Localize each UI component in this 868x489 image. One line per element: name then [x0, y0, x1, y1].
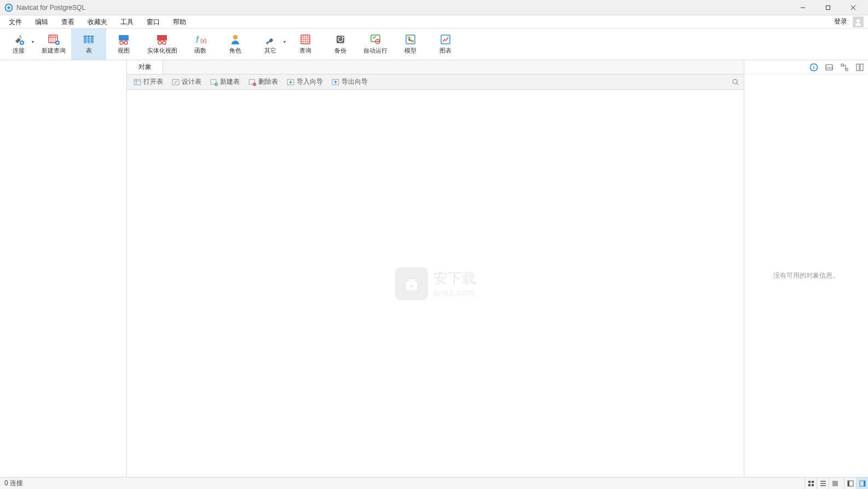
menu-help[interactable]: 帮助 [166, 15, 193, 28]
tb-chart[interactable]: 图表 [428, 28, 463, 60]
function-icon: f(x) [193, 33, 207, 45]
btn-new-table[interactable]: 新建表 [207, 76, 243, 88]
search-button[interactable] [731, 77, 740, 87]
menu-bar: 文件 编辑 查看 收藏夹 工具 窗口 帮助 登录 [0, 15, 868, 28]
tb-label: 表 [86, 47, 92, 55]
svg-text:(x): (x) [200, 38, 207, 44]
btn-delete-table[interactable]: 删除表 [245, 76, 281, 88]
svg-text:f: f [196, 35, 199, 44]
svg-rect-25 [134, 79, 141, 85]
menu-file[interactable]: 文件 [2, 15, 28, 28]
tb-label: 图表 [439, 47, 452, 55]
minimize-button[interactable] [790, 0, 815, 15]
svg-point-12 [158, 41, 161, 44]
tb-label: 视图 [118, 47, 130, 55]
svg-rect-47 [848, 481, 849, 486]
tb-other[interactable]: 其它 ▾ [253, 28, 288, 60]
toggle-left-pane-button[interactable] [844, 478, 856, 490]
svg-text:DDL: DDL [827, 66, 834, 70]
tb-automation[interactable]: 自动运行 [358, 28, 393, 60]
tb-label: 连接 [13, 47, 25, 55]
main-toolbar: 连接 ▾ 新建查询 表 视图 实体化视图 f(x) 函数 角色 其它 ▾ 查询 … [0, 28, 868, 60]
tab-objects[interactable]: 对象 [127, 60, 163, 74]
tb-query[interactable]: 查询 [288, 28, 323, 60]
menu-window[interactable]: 窗口 [140, 15, 166, 28]
app-icon [4, 3, 13, 12]
info-pane: DDL 没有可用的对象信息。 [744, 60, 868, 477]
svg-rect-21 [406, 35, 415, 44]
btn-design-table[interactable]: 设计表 [169, 76, 205, 88]
open-table-icon [134, 78, 141, 86]
plug-icon [11, 33, 26, 45]
info-tab-preview[interactable] [855, 62, 865, 72]
svg-rect-45 [812, 484, 814, 486]
btn-export-wizard[interactable]: 导出向导 [328, 76, 371, 88]
login-link[interactable]: 登录 [831, 17, 850, 26]
connection-tree[interactable] [0, 60, 127, 477]
info-empty-text: 没有可用的对象信息。 [773, 271, 839, 280]
status-bar: 0 连接 [0, 477, 868, 489]
toggle-right-pane-button[interactable] [856, 478, 868, 490]
svg-point-16 [233, 35, 238, 39]
tb-new-query[interactable]: 新建查询 [36, 28, 71, 60]
tb-label: 查询 [299, 47, 311, 55]
svg-point-3 [857, 19, 860, 22]
tb-label: 其它 [264, 47, 276, 55]
object-list-area[interactable]: 安下载 anxz.com [127, 90, 744, 477]
tb-materialized-view[interactable]: 实体化视图 [141, 28, 183, 60]
svg-rect-41 [860, 64, 863, 71]
automation-icon [368, 33, 383, 45]
svg-rect-43 [812, 481, 814, 483]
svg-rect-38 [841, 64, 843, 66]
view-icon [117, 33, 131, 45]
tb-view[interactable]: 视图 [106, 28, 141, 60]
svg-rect-39 [846, 68, 848, 71]
body: 对象 打开表 设计表 新建表 删除表 导入向导 导出向导 安下载 anxz.co… [0, 60, 868, 477]
user-icon [228, 33, 242, 45]
new-table-icon [210, 78, 218, 86]
btn-import-wizard[interactable]: 导入向导 [283, 76, 326, 88]
tb-role[interactable]: 角色 [218, 28, 253, 60]
table-icon [82, 33, 96, 45]
menu-view[interactable]: 查看 [55, 15, 81, 28]
info-body: 没有可用的对象信息。 [744, 74, 868, 477]
object-toolbar: 打开表 设计表 新建表 删除表 导入向导 导出向导 [127, 74, 744, 90]
watermark-icon [395, 267, 428, 300]
title-bar: Navicat for PostgreSQL [0, 0, 868, 15]
view-detail-button[interactable] [829, 478, 841, 490]
chevron-down-icon: ▾ [32, 39, 34, 44]
view-list-button[interactable] [817, 478, 829, 490]
tb-label: 模型 [404, 47, 416, 55]
status-connection-count: 0 连接 [0, 479, 27, 488]
svg-rect-2 [826, 5, 830, 9]
watermark-line2: anxz.com [433, 288, 476, 298]
tb-backup[interactable]: 备份 [323, 28, 358, 60]
model-icon [403, 33, 418, 45]
maximize-button[interactable] [815, 0, 841, 15]
info-tab-relations[interactable] [840, 62, 849, 72]
user-avatar[interactable] [853, 16, 864, 27]
btn-open-table[interactable]: 打开表 [130, 76, 166, 88]
svg-rect-24 [441, 35, 450, 44]
menu-favorites[interactable]: 收藏夹 [81, 15, 114, 28]
tb-label: 角色 [229, 47, 241, 55]
backup-icon [333, 33, 348, 45]
menu-tools[interactable]: 工具 [114, 15, 140, 28]
export-icon [332, 78, 339, 86]
svg-point-13 [163, 41, 166, 44]
tb-table[interactable]: 表 [71, 28, 106, 60]
tb-function[interactable]: f(x) 函数 [183, 28, 218, 60]
watermark: 安下载 anxz.com [395, 267, 476, 300]
tb-model[interactable]: 模型 [393, 28, 428, 60]
chart-icon [438, 33, 453, 45]
window-title: Navicat for PostgreSQL [16, 4, 790, 11]
close-button[interactable] [841, 0, 866, 15]
info-tab-ddl[interactable]: DDL [824, 62, 834, 72]
tb-connect[interactable]: 连接 ▾ [1, 28, 36, 60]
info-tab-general[interactable] [809, 62, 819, 72]
svg-point-1 [8, 6, 10, 9]
view-grid-button[interactable] [805, 478, 817, 490]
svg-rect-40 [857, 64, 859, 71]
svg-rect-42 [808, 481, 811, 483]
menu-edit[interactable]: 编辑 [28, 15, 55, 28]
